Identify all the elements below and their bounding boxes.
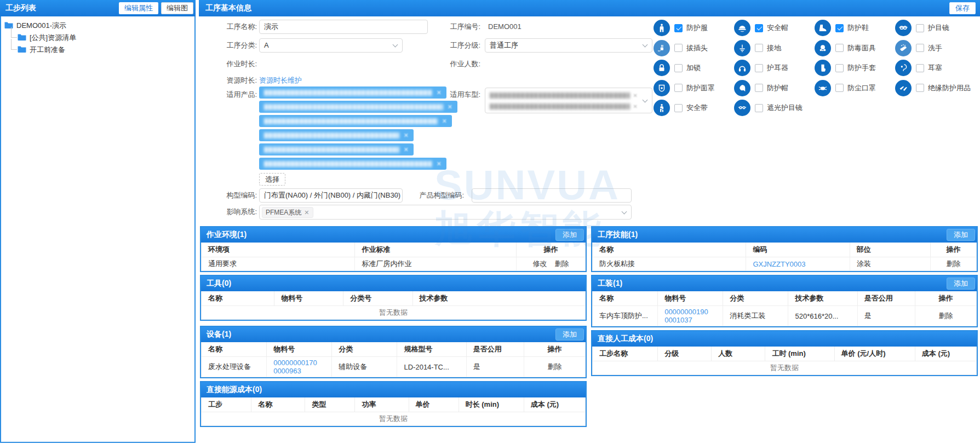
cell-link[interactable]: 00000000170 [273,359,317,367]
table-cell: 涂装 [850,257,930,271]
shade-goggles-checkbox[interactable] [755,104,763,112]
grounding-icon [734,40,750,56]
tree-node-preparation[interactable]: 开工前准备 [18,44,185,56]
ppe-item-wash-hands: 洗手 [895,40,976,56]
protective-clothing-checkbox[interactable] [674,24,683,32]
save-button[interactable]: 保存 [949,2,976,14]
remove-tag-icon[interactable]: ✕ [437,160,442,168]
cell-link[interactable]: GXJNZZTY0003 [753,260,805,268]
process-name-input[interactable] [259,20,428,34]
process-category-select[interactable]: A [259,38,403,53]
row-action-删除[interactable]: 删除 [938,312,953,320]
applicable-vehicle-label: 适用车型: [432,88,480,102]
remove-tag-icon[interactable]: ✕ [442,118,447,125]
grounding-checkbox[interactable] [755,44,763,52]
ear-muffs-checkbox[interactable] [755,64,763,72]
column-header: 编码 [746,243,850,257]
tree-node-root[interactable]: DEMO001-演示 [4,20,185,32]
column-header: 操作 [516,243,585,257]
process-info-panel: 工序基本信息 保存 工序名称: 工序编号: DEMO001 工序分类: A 工序… [199,0,980,444]
safety-harness-checkbox[interactable] [674,104,683,112]
edit-diagram-button[interactable]: 编辑图 [161,2,193,14]
protective-gloves-checkbox[interactable] [835,64,844,72]
add-equipment-button[interactable]: 添加 [555,328,584,341]
product-tag-redacted[interactable]: ████████████████████████████████████████… [259,115,452,127]
product-tag-redacted[interactable]: ████████████████████████████████████████… [259,87,446,99]
applicable-vehicle-select[interactable]: ██████████████████████████████████✕█████… [485,88,652,113]
column-header: 名称 [251,397,305,412]
lockout-checkbox[interactable] [674,64,683,72]
remove-tag-icon[interactable]: ✕ [404,132,409,139]
workstep-panel: 工步列表 编辑属性 编辑图 DEMO001-演示 [公共]资源清单 开工前准备 [0,0,196,443]
column-header: 名称 [593,243,746,257]
remove-tag-icon[interactable]: ✕ [404,146,409,153]
energy-cost-table-header: 直接能源成本(0) [201,382,586,397]
ppe-item-safety-helmet: 安全帽 [734,20,815,36]
add-work-env-button[interactable]: 添加 [555,229,584,241]
safety-harness-icon [654,100,670,116]
table-cell: 是 [466,357,524,377]
resource-duration-link[interactable]: 资源时长维护 [259,73,302,88]
tree-node-label: 开工前准备 [30,45,65,55]
table-cell: 删除 [524,357,585,377]
dust-mask-checkbox[interactable] [835,84,844,92]
ppe-item-grounding: 接地 [734,40,815,56]
ppe-item-ear-plugs: 耳塞 [895,60,976,76]
row-action-删除[interactable]: 删除 [547,362,561,371]
goggles-checkbox[interactable] [916,24,924,32]
row-action-修改[interactable]: 修改 [532,260,547,268]
row-action-删除[interactable]: 删除 [946,260,960,268]
product-config-code-input[interactable] [472,188,632,203]
insulation-gear-checkbox[interactable] [916,84,924,92]
cell-link[interactable]: 0001037 [664,316,692,324]
table-cell: 废水处理设备 [202,357,267,377]
safety-helmet-icon [734,20,750,36]
table-row: 车内车顶防护...000000001900001037消耗类工装520*616*… [593,306,977,326]
safety-shoes-checkbox[interactable] [835,24,844,32]
column-header: 时长 (min) [459,397,524,412]
unplug-checkbox[interactable] [674,44,683,52]
table-cell: 标准厂房内作业 [355,257,516,271]
process-level-select[interactable]: 普通工序 [485,38,652,53]
product-tag-redacted[interactable]: ██████████████████████████████████✕ [259,143,414,155]
column-header: 工时 (min) [765,347,834,361]
cell-link[interactable]: 0000963 [273,367,301,375]
add-skill-button[interactable]: 添加 [947,229,975,241]
ppe-item-ear-muffs: 护耳器 [734,60,815,76]
product-tag-redacted[interactable]: ██████████████████████████████████✕ [259,129,414,141]
choose-products-button[interactable]: 选择 [259,173,285,186]
column-header: 成本 (元) [915,347,976,361]
row-action-删除[interactable]: 删除 [554,260,569,268]
ear-plugs-checkbox[interactable] [916,64,924,72]
ppe-item-goggles: 护目镜 [895,20,976,36]
cell-link[interactable]: 00000000190 [664,308,708,316]
remove-tag-icon[interactable]: ✕ [304,207,309,217]
product-tag-redacted[interactable]: ████████████████████████████████████████… [259,101,457,113]
config-code-select[interactable]: 门布置(NA00) / 外门(NB00) / 内藏门(NB30) [259,188,403,203]
remove-tag-icon[interactable]: ✕ [448,103,452,111]
table-row: 通用要求标准厂房内作业修改删除 [202,257,586,271]
table-cell: 消耗类工装 [723,306,788,326]
table-cell: 000000001900001037 [658,306,723,326]
ear-muffs-icon [734,60,750,76]
face-shield-checkbox[interactable] [674,84,683,92]
gas-mask-checkbox[interactable] [835,44,844,52]
column-header: 类型 [305,397,355,412]
impact-system-select[interactable]: PFMEA系统 ✕ [259,205,632,220]
add-fixture-button[interactable]: 添加 [947,278,975,290]
safety-helmet-checkbox[interactable] [755,24,763,32]
edit-attributes-button[interactable]: 编辑属性 [119,2,158,14]
protective-cap-checkbox[interactable] [755,84,763,92]
table-cell: LD-2014-TC... [397,357,466,377]
wash-hands-checkbox[interactable] [916,44,924,52]
tree-node-label: DEMO001-演示 [16,21,66,31]
shade-goggles-icon [734,100,750,116]
process-code-value: DEMO001 [488,20,521,34]
table-cell: GXJNZZTY0003 [746,257,850,271]
tree-node-resources[interactable]: [公共]资源清单 [18,32,185,44]
page-title: 工序基本信息 [205,3,949,13]
product-tag-redacted[interactable]: ████████████████████████████████████████… [259,158,446,170]
column-header: 分级 [658,347,712,361]
dust-mask-icon [815,80,831,96]
process-level-label: 工序分级: [432,38,480,53]
